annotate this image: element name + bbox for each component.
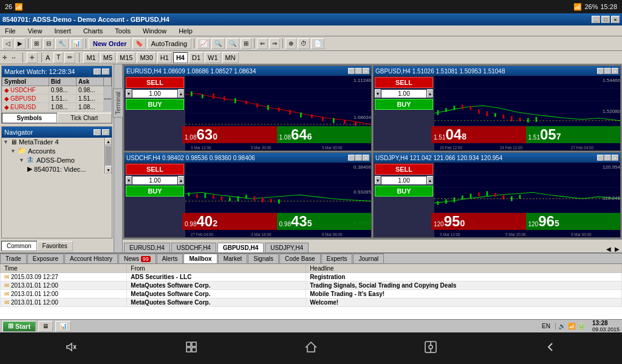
mw-row-gbpusd[interactable]: ◆GBPUSD 1.51... 1.51... [2,95,112,103]
tf-m1[interactable]: M1 [83,52,98,63]
eurusd-sell-down[interactable]: ▼ [126,89,132,98]
start-button[interactable]: ⊞ Start [2,321,36,332]
term-tab-journal[interactable]: Journal [353,254,384,263]
nav-scroll-thumb[interactable] [106,146,111,165]
nav-multitask[interactable] [419,335,443,362]
eurusd-sell-up[interactable]: ▲ [178,89,184,98]
toolbar-btn-14[interactable]: ⏱ [298,38,310,49]
mail-row-1[interactable]: ✉2015.03.09 12:27 ADS Securities - LLC R… [1,273,622,281]
tf-m30[interactable]: M30 [137,52,156,63]
mw-close-btn[interactable]: × [102,69,109,75]
gbpusd-min[interactable]: _ [597,68,604,74]
nav-tab-common[interactable]: Common [1,241,37,251]
tf-h4[interactable]: H4 [173,52,188,63]
mw-row-usdchf[interactable]: ◆USDCHF 0.98... 0.98... [2,86,112,95]
mw-tab-symbols[interactable]: Symbols [2,113,57,123]
taskbar-window-2[interactable]: 📊 [55,321,71,332]
toolbar-btn-8[interactable]: 🔍 [211,38,225,49]
tf-crosshair[interactable]: ✛ [27,52,38,63]
new-order-button[interactable]: New Order [89,38,131,49]
tf-w1[interactable]: W1 [205,52,221,63]
gbpusd-close[interactable]: × [612,68,618,74]
gbpusd-lot-up[interactable]: ▲ [427,89,433,98]
menu-insert[interactable]: Insert [52,27,73,35]
mw-min-btn[interactable]: _ [94,69,101,75]
term-tab-codebase[interactable]: Code Base [279,254,320,263]
term-tab-exposure[interactable]: Exposure [27,254,64,263]
nav-tab-favorites[interactable]: Favorites [37,241,73,251]
gbpusd-buy-btn[interactable]: BUY [375,99,433,110]
usdjpy-max[interactable]: □ [604,155,611,161]
nav-item-adss[interactable]: ▼ 🏦 ADSS-Demo [2,155,104,164]
chart-tab-prev[interactable]: ◀ [605,246,612,252]
gbpusd-max[interactable]: □ [604,68,611,74]
term-tab-history[interactable]: Account History [64,254,118,263]
toolbar-btn-13[interactable]: ⊕ [285,38,296,49]
term-tab-news[interactable]: News 99 [118,254,156,263]
toolbar-btn-9[interactable]: 🔍 [226,38,239,49]
usdjpy-sell-btn[interactable]: SELL [375,164,433,175]
eurusd-min[interactable]: _ [348,68,355,74]
toolbar-btn-2[interactable]: ▶ [15,38,26,49]
nav-min-btn[interactable]: _ [94,129,101,135]
nav-item-account[interactable]: ▶ 8540701: Videc... [2,164,104,174]
menu-help[interactable]: Help [176,27,195,35]
ctab-usdjpy[interactable]: USDJPY,H4 [265,243,309,252]
gbpusd-sell-btn[interactable]: SELL [375,77,433,88]
gbpusd-lot-down[interactable]: ▼ [375,89,381,98]
mw-row-eurusd[interactable]: ◆EURUSD 1.08... 1.08... [2,103,112,112]
menu-window[interactable]: Window [140,27,169,35]
eurusd-max[interactable]: □ [355,68,362,74]
usdjpy-lot-up[interactable]: ▲ [427,176,433,184]
nav-close-btn[interactable]: × [102,129,109,135]
eurusd-buy-btn[interactable]: BUY [126,99,184,110]
usdjpy-buy-btn[interactable]: BUY [375,186,433,197]
term-tab-market[interactable]: Market [218,254,248,263]
toolbar-btn-7[interactable]: 📈 [197,38,210,49]
auto-trading-button[interactable]: AutoTrading [147,38,192,49]
maximize-button[interactable]: □ [601,16,610,23]
nav-back[interactable] [538,335,562,362]
nav-vol-down[interactable] [60,335,84,362]
toolbar-btn-12[interactable]: ⇒ [269,38,280,49]
nav-home[interactable] [299,335,323,362]
usdchf-lot-down[interactable]: ▼ [126,176,132,184]
nav-recent-apps[interactable] [179,335,203,362]
tf-draw-btn[interactable]: ✏ [64,52,75,63]
usdchf-lot-up[interactable]: ▲ [178,176,184,184]
mail-row-2[interactable]: ✉2013.01.01 12:00 MetaQuotes Software Co… [1,281,622,290]
usdjpy-close[interactable]: × [612,155,618,161]
terminal-label[interactable]: Terminal [113,89,123,118]
mw-scrollbar[interactable] [104,86,112,112]
nav-scroll-down[interactable]: ▼ [105,166,112,174]
toolbar-btn-11[interactable]: ⇐ [257,38,268,49]
usdjpy-min[interactable]: _ [597,155,604,161]
eurusd-close[interactable]: × [363,68,369,74]
toolbar-btn-4[interactable]: ⊟ [43,38,54,49]
toolbar-btn-10[interactable]: ⊞ [241,38,251,49]
term-tab-trade[interactable]: Trade [0,254,27,263]
toolbar-btn-3[interactable]: ⊞ [31,38,42,49]
tf-mn[interactable]: MN [222,52,239,63]
usdjpy-lot-down[interactable]: ▼ [375,176,381,184]
toolbar-order-icon[interactable]: 🔖 [132,38,146,49]
term-tab-alerts[interactable]: Alerts [157,254,183,263]
usdchf-buy-btn[interactable]: BUY [126,186,184,197]
nav-scroll-up[interactable]: ▲ [105,138,112,145]
nav-scrollbar[interactable]: ▲ ▼ [104,138,112,174]
tf-m5[interactable]: M5 [100,52,115,63]
chart-tab-next[interactable]: ▶ [613,246,621,252]
toolbar-btn-6[interactable]: 📊 [70,38,83,49]
close-button[interactable]: × [611,16,620,23]
mail-row-3[interactable]: ✉2013.01.01 12:00 MetaQuotes Software Co… [1,290,622,298]
menu-file[interactable]: File [2,27,18,35]
mail-row-4[interactable]: ✉2013.01.01 12:00 MetaQuotes Software Co… [1,298,622,307]
usdchf-close[interactable]: × [363,155,369,161]
tf-m15[interactable]: M15 [117,52,135,63]
menu-charts[interactable]: Charts [81,27,105,35]
menu-tools[interactable]: Tools [112,27,133,35]
taskbar-window-1[interactable]: 🖥 [38,321,53,332]
usdchf-min[interactable]: _ [348,155,355,161]
tf-text-btn[interactable]: T [53,52,63,63]
term-tab-signals[interactable]: Signals [248,254,279,263]
